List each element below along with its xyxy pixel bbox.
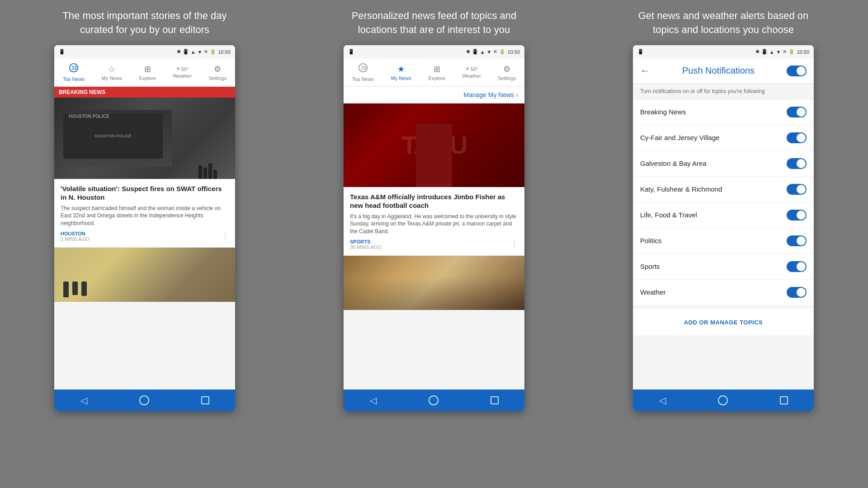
article1-meta: HOUSTON 2 MINS AGO ⋮ [61, 231, 229, 242]
notif-label-3: Katy, Fulshear & Richmond [640, 185, 722, 193]
top-news-icon-1: 13 [69, 63, 79, 75]
master-notifications-toggle[interactable] [787, 66, 807, 76]
nav-weather-1[interactable]: ☀ 50° Weather [173, 66, 191, 79]
notification-row-7[interactable]: Weather [633, 280, 814, 305]
home-button-3[interactable] [718, 395, 728, 405]
swat-news-image: HOUSTON POLICE [54, 98, 235, 179]
status-left-2: 📱 [348, 49, 354, 55]
nav-settings-2[interactable]: ⚙ Settings [498, 64, 516, 81]
nav-explore-label-2: Explore [429, 75, 445, 81]
nav-settings-label-1: Settings [208, 75, 226, 81]
breaking-news-bar: BREAKING NEWS [54, 87, 235, 98]
notification-row-0[interactable]: Breaking News [633, 99, 814, 125]
article2-time: 30 MINS AGO [350, 244, 382, 250]
nosim-icon-2: ✕ [493, 49, 497, 55]
screen3-caption: Get news and weather alerts based on top… [628, 9, 818, 37]
bottom-nav-2: ◁ [344, 389, 524, 411]
status-left-3: 📱 [637, 49, 644, 55]
nav-explore-1[interactable]: ⊞ Explore [139, 64, 156, 81]
notif-toggle-7[interactable] [787, 287, 807, 298]
notification-row-3[interactable]: Katy, Fulshear & Richmond [633, 177, 814, 202]
my-news-icon-2: ★ [397, 64, 405, 74]
nav-my-news-label-1: My News [102, 75, 122, 81]
back-arrow-icon[interactable]: ← [640, 65, 650, 77]
recent-button-1[interactable] [201, 396, 209, 404]
figure-2 [203, 168, 207, 179]
home-button-2[interactable] [429, 395, 439, 405]
nav-settings-1[interactable]: ⚙ Settings [208, 64, 226, 81]
article2-excerpt: It's a big day in Aggieland. He was welc… [350, 213, 518, 235]
screen1-section: The most important stories of the day cu… [0, 0, 289, 488]
temp-2: 50° [471, 66, 478, 72]
restaurant-news-image [344, 256, 524, 310]
nav-my-news-label-2: My News [391, 75, 411, 81]
battery-icon-2: 🔋 [499, 49, 505, 55]
notif-toggle-2[interactable] [787, 158, 807, 169]
notif-toggle-1[interactable] [787, 132, 807, 143]
notif-toggle-4[interactable] [787, 210, 807, 221]
nav-explore-2[interactable]: ⊞ Explore [429, 64, 445, 81]
notif-toggle-0[interactable] [787, 107, 807, 117]
notif-toggle-6[interactable] [787, 261, 807, 272]
manage-link-text: Manage My News [463, 91, 514, 99]
phone-icon-2: 📱 [348, 49, 354, 55]
weather-display-1: ☀ 50° [176, 66, 189, 72]
nav-weather-2[interactable]: ☀ 50° Weather [462, 66, 481, 79]
status-bar-3: 📱 ✱ 📳 ▲ ▼ ✕ 🔋 10:50 [633, 45, 814, 59]
home-button-1[interactable] [139, 395, 149, 405]
article1-excerpt: The suspect barricaded himself and the w… [61, 205, 229, 227]
explore-icon-2: ⊞ [434, 64, 440, 74]
recent-button-2[interactable] [491, 396, 499, 404]
time-1: 10:50 [218, 49, 231, 55]
signal-icon-3: ▲ [769, 49, 774, 55]
nav-top-news-1[interactable]: 13 Top News [63, 63, 85, 82]
screen1-caption: The most important stories of the day cu… [50, 9, 240, 37]
notification-row-2[interactable]: Galveston & Bay Area [633, 151, 814, 177]
push-notifications-title: Push Notifications [682, 66, 755, 76]
article2-location-time: SPORTS 30 MINS AGO [350, 239, 382, 250]
bottom-nav-1: ◁ [54, 389, 235, 411]
recent-button-3[interactable] [780, 396, 788, 404]
tamu-person [416, 124, 452, 187]
settings-icon-2: ⚙ [503, 64, 510, 74]
article2-location: SPORTS [350, 239, 382, 244]
article2-meta: SPORTS 30 MINS AGO ⋮ [350, 239, 518, 250]
share-icon-2[interactable]: ⋮ [511, 240, 518, 249]
nav-top-news-2[interactable]: 13 Top News [352, 63, 374, 82]
person-3 [81, 282, 87, 296]
notification-row-4[interactable]: Life, Food & Travel [633, 202, 814, 228]
manage-my-news-link[interactable]: Manage My News › [463, 91, 518, 99]
article1-card[interactable]: 'Volatile situation': Suspect fires on S… [54, 179, 235, 248]
back-button-3[interactable]: ◁ [659, 395, 666, 406]
signal-icon-1: ▲ [191, 49, 196, 55]
article2-card[interactable]: Texas A&M officially introduces Jimbo Fi… [344, 187, 524, 256]
bluetooth-icon-2: ✱ [466, 49, 470, 55]
sun-icon-1: ☀ [176, 66, 180, 72]
phone-icon-3: 📱 [637, 49, 644, 55]
battery-icon-1: 🔋 [210, 49, 216, 55]
notif-toggle-5[interactable] [787, 235, 807, 246]
notification-row-6[interactable]: Sports [633, 254, 814, 280]
chevron-right-icon: › [516, 91, 518, 99]
screen2-phone: 📱 ✱ 📳 ▲ ▼ ✕ 🔋 10:50 13 Top [344, 45, 524, 411]
share-icon-1[interactable]: ⋮ [222, 232, 229, 240]
back-button-2[interactable]: ◁ [370, 395, 377, 406]
nav-my-news-2[interactable]: ★ My News [391, 64, 411, 81]
nav-bar-1: 13 Top News ☆ My News ⊞ Explore ☀ 50° [54, 59, 235, 87]
screen2-caption: Personalized news feed of topics and loc… [339, 9, 529, 37]
notifications-list: Breaking News Cy-Fair and Jersey Village… [633, 99, 814, 389]
top-news-icon-2: 13 [358, 63, 368, 75]
screen3-phone: 📱 ✱ 📳 ▲ ▼ ✕ 🔋 10:50 ← Push Notifications [633, 45, 814, 411]
notif-toggle-3[interactable] [787, 184, 807, 195]
notification-row-1[interactable]: Cy-Fair and Jersey Village [633, 125, 814, 151]
article1-location: HOUSTON [61, 231, 90, 236]
article1-time: 2 MINS AGO [61, 236, 90, 242]
swat-truck: HOUSTON POLICE [63, 114, 163, 159]
nav-my-news-1[interactable]: ☆ My News [102, 64, 122, 81]
add-topics-button[interactable]: ADD OR MANAGE TOPICS [633, 309, 814, 335]
back-button-1[interactable]: ◁ [80, 395, 87, 406]
status-bar-2: 📱 ✱ 📳 ▲ ▼ ✕ 🔋 10:50 [344, 45, 524, 59]
notification-row-5[interactable]: Politics [633, 228, 814, 254]
nav-settings-label-2: Settings [498, 75, 516, 81]
person-2 [72, 282, 78, 295]
